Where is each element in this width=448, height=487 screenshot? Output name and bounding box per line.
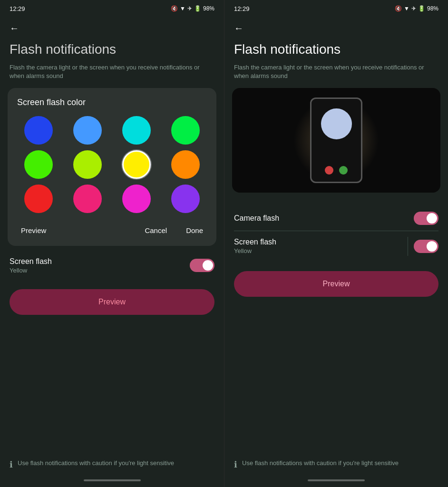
screen-flash-label-left: Screen flash [10, 257, 52, 266]
screen-flash-label-group-right: Screen flash Yellow [234, 238, 276, 254]
dialog-preview-button[interactable]: Preview [17, 224, 50, 236]
camera-flash-row[interactable]: Camera flash [234, 208, 438, 229]
preview-image-container [232, 88, 440, 193]
battery-icon: 🔋 [194, 5, 201, 12]
mute-icon-right: 🔇 [395, 5, 402, 12]
color-lime-green[interactable] [24, 150, 53, 179]
preview-button-right[interactable]: Preview [234, 271, 438, 297]
dialog-done-button[interactable]: Done [182, 224, 207, 236]
color-pink[interactable] [73, 185, 102, 213]
color-yellow[interactable] [122, 150, 151, 179]
mute-icon: 🔇 [171, 5, 178, 12]
color-yellow-green[interactable] [73, 150, 102, 179]
screen-flash-toggle-left[interactable] [190, 259, 214, 272]
status-icons-right: 🔇 ▼ ✈ 🔋 98% [395, 5, 438, 12]
footer-info-right: ℹ Use flash notifications with caution i… [224, 453, 448, 476]
color-grid [17, 116, 207, 213]
divider [234, 231, 438, 231]
battery-text-left: 98% [203, 5, 214, 12]
camera-flash-label: Camera flash [234, 214, 279, 223]
page-subtitle-right: Flash the camera light or the screen whe… [224, 63, 448, 88]
color-picker-title: Screen flash color [17, 97, 207, 107]
airplane-icon: ✈ [187, 5, 192, 12]
color-orange[interactable] [171, 150, 200, 179]
info-icon-left: ℹ [10, 459, 13, 470]
camera-toggle-thumb [427, 213, 437, 224]
info-icon-right: ℹ [234, 459, 237, 470]
airplane-icon-right: ✈ [411, 5, 416, 12]
battery-icon-right: 🔋 [418, 5, 425, 12]
home-indicator-left[interactable] [84, 479, 141, 481]
dialog-cancel-button[interactable]: Cancel [141, 224, 171, 236]
toggle-thumb-left [203, 260, 213, 271]
screen-flash-sublabel-left: Yellow [10, 267, 52, 274]
page-subtitle-left: Flash the camera light or the screen whe… [0, 63, 224, 88]
screen-toggle-thumb-right [427, 241, 437, 252]
mockup-light-circle [321, 108, 352, 139]
time-right: 12:29 [234, 5, 250, 12]
page-title-left: Flash notifications [0, 38, 224, 63]
back-button-right[interactable]: ← [224, 15, 448, 38]
footer-info-left: ℹ Use flash notifications with caution i… [0, 453, 224, 476]
screen-flash-label-right: Screen flash [234, 238, 276, 246]
battery-text-right: 98% [427, 5, 438, 12]
dialog-actions: Preview Cancel Done [17, 223, 207, 236]
screen-flash-toggle-right[interactable] [414, 240, 438, 253]
camera-flash-toggle[interactable] [414, 212, 438, 225]
status-bar-left: 12:29 🔇 ▼ ✈ 🔋 98% [0, 0, 224, 15]
phone-mockup [310, 97, 362, 183]
home-indicator-right[interactable] [308, 479, 365, 481]
wifi-icon-right: ▼ [404, 5, 409, 12]
screen-flash-row-left[interactable]: Screen flash Yellow [10, 253, 214, 278]
preview-button-left[interactable]: Preview [10, 289, 214, 315]
mockup-btn-green [339, 166, 348, 175]
color-magenta[interactable] [122, 185, 151, 213]
color-sky-blue[interactable] [73, 116, 102, 145]
dialog-actions-right: Cancel Done [141, 224, 207, 236]
screen-flash-label-group-left: Screen flash Yellow [10, 257, 52, 274]
settings-section-right: Camera flash Screen flash Yellow [224, 200, 448, 267]
color-picker-dialog: Screen flash color Preview Cancel Done [8, 88, 216, 246]
back-arrow-icon-left: ← [10, 23, 19, 33]
settings-section-left: Screen flash Yellow [0, 246, 224, 285]
page-title-right: Flash notifications [224, 38, 448, 63]
color-cyan[interactable] [122, 116, 151, 145]
wifi-icon: ▼ [180, 5, 185, 12]
back-button-left[interactable]: ← [0, 15, 224, 38]
footer-text-right: Use flash notifications with caution if … [242, 459, 399, 468]
screen-flash-row-right[interactable]: Screen flash Yellow [234, 233, 438, 260]
color-green[interactable] [171, 116, 200, 145]
right-phone-panel: 12:29 🔇 ▼ ✈ 🔋 98% ← Flash notifications … [224, 0, 448, 487]
color-red[interactable] [24, 185, 53, 213]
left-phone-panel: 12:29 🔇 ▼ ✈ 🔋 98% ← Flash notifications … [0, 0, 224, 487]
status-icons-left: 🔇 ▼ ✈ 🔋 98% [171, 5, 214, 12]
color-purple[interactable] [171, 185, 200, 213]
screen-flash-sublabel-right: Yellow [234, 247, 276, 254]
time-left: 12:29 [10, 5, 25, 12]
status-bar-right: 12:29 🔇 ▼ ✈ 🔋 98% [224, 0, 448, 15]
vertical-divider [408, 237, 408, 256]
back-arrow-icon-right: ← [234, 23, 243, 33]
color-blue[interactable] [24, 116, 53, 145]
mockup-buttons [325, 166, 348, 175]
screen-flash-toggle-group-right [402, 237, 438, 256]
footer-text-left: Use flash notifications with caution if … [18, 459, 174, 468]
mockup-btn-red [325, 166, 333, 175]
